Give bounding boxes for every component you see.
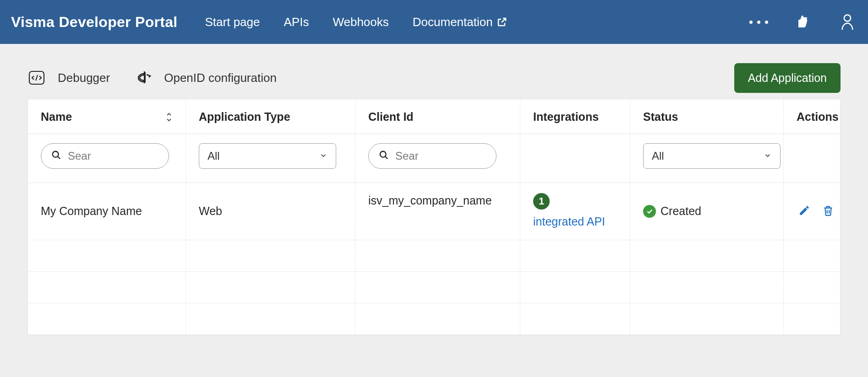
more-menu-icon[interactable] — [749, 21, 768, 24]
nav-webhooks[interactable]: Webhooks — [333, 15, 388, 29]
cell-name: My Company Name — [28, 183, 186, 240]
edit-button[interactable] — [797, 203, 812, 220]
svg-point-2 — [53, 151, 59, 157]
top-navbar: Visma Developer Portal Start page APIs W… — [0, 0, 868, 44]
chevron-down-icon — [319, 150, 328, 162]
top-actions — [749, 13, 855, 31]
cell-client-id: isv_my_company_name — [355, 183, 520, 240]
nav-documentation[interactable]: Documentation — [413, 15, 508, 29]
table-filter-row: All All — [28, 134, 840, 183]
feedback-icon[interactable] — [794, 14, 814, 30]
cell-actions — [784, 183, 849, 240]
col-status-header[interactable]: Status — [630, 99, 784, 134]
svg-point-3 — [380, 151, 386, 157]
check-circle-icon — [643, 205, 656, 218]
status-filter-value: All — [652, 150, 664, 162]
brand-title: Visma Developer Portal — [11, 14, 205, 31]
col-client-id-label: Client Id — [368, 110, 414, 124]
status-filter-select[interactable]: All — [643, 143, 781, 169]
trash-icon — [822, 205, 834, 218]
openid-label: OpenID configuration — [164, 71, 277, 85]
col-name-label: Name — [41, 110, 72, 124]
nav-documentation-label: Documentation — [413, 15, 493, 29]
integration-link[interactable]: integrated API — [533, 214, 605, 230]
cell-app-type: Web — [186, 183, 355, 240]
nav-start-page[interactable]: Start page — [205, 15, 260, 29]
col-app-type-label: Application Type — [199, 110, 290, 124]
app-type-filter-select[interactable]: All — [199, 143, 336, 169]
name-search-input-wrap — [41, 143, 169, 169]
cell-integrations: 1 integrated API — [520, 183, 630, 240]
table-row: My Company Name Web isv_my_company_name … — [28, 183, 840, 240]
page-toolbar: Debugger OpenID configuration Add Applic… — [27, 44, 841, 99]
sort-icon — [165, 112, 173, 122]
table-row-empty — [28, 303, 840, 335]
col-actions-label: Actions — [797, 110, 839, 124]
name-search-input[interactable] — [68, 150, 158, 162]
table-header-row: Name Application Type Client Id Integrat… — [28, 99, 840, 134]
col-client-id-header[interactable]: Client Id — [355, 99, 520, 134]
col-integrations-header[interactable]: Integrations — [520, 99, 630, 134]
add-application-button[interactable]: Add Application — [734, 63, 841, 93]
search-icon — [379, 150, 389, 162]
delete-button[interactable] — [820, 203, 836, 220]
profile-icon[interactable] — [840, 13, 855, 31]
external-link-icon — [497, 16, 508, 27]
col-integrations-label: Integrations — [533, 110, 599, 124]
applications-table: Name Application Type Client Id Integrat… — [27, 99, 841, 335]
openid-config-button[interactable]: OpenID configuration — [136, 70, 277, 86]
col-actions-header: Actions — [784, 99, 852, 134]
client-id-search-input-wrap — [368, 143, 497, 169]
col-name-header[interactable]: Name — [28, 99, 186, 134]
openid-icon — [136, 70, 152, 86]
status-text: Created — [661, 205, 701, 218]
main-nav: Start page APIs Webhooks Documentation — [205, 15, 731, 29]
app-type-filter-value: All — [207, 150, 220, 162]
col-status-label: Status — [643, 110, 678, 124]
col-app-type-header[interactable]: Application Type — [186, 99, 355, 134]
table-row-empty — [28, 240, 840, 272]
debugger-button[interactable]: Debugger — [27, 69, 110, 87]
nav-apis[interactable]: APIs — [284, 15, 309, 29]
code-icon — [27, 69, 46, 87]
search-icon — [51, 150, 61, 162]
pencil-icon — [798, 205, 810, 218]
chevron-down-icon — [764, 150, 772, 162]
table-row-empty — [28, 272, 840, 303]
svg-point-0 — [844, 15, 851, 21]
debugger-label: Debugger — [58, 71, 110, 85]
cell-status: Created — [630, 183, 784, 240]
integration-count-badge: 1 — [533, 193, 550, 210]
client-id-search-input[interactable] — [395, 150, 486, 162]
